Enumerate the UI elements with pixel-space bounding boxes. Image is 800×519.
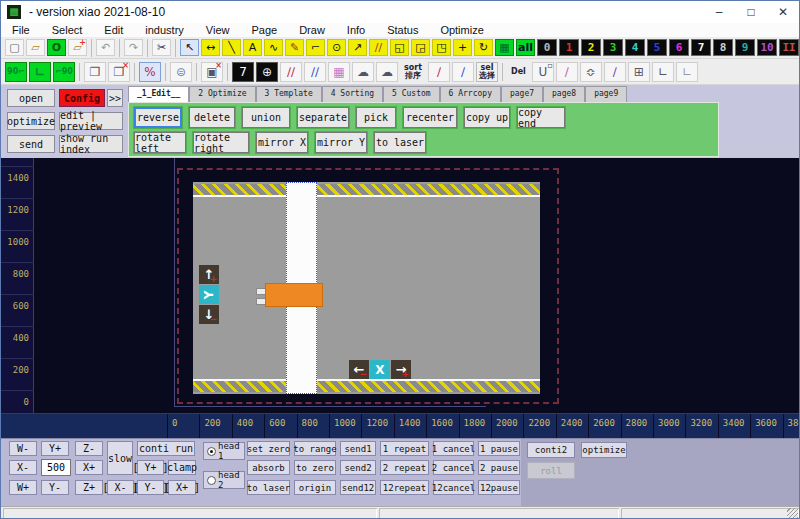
tab-page7[interactable]: page7: [501, 86, 543, 102]
corner-line-icon[interactable]: ∟: [652, 62, 674, 82]
send12-button[interactable]: send12: [340, 480, 376, 495]
align-grid-icon[interactable]: ▦: [495, 39, 514, 56]
roll-button[interactable]: roll: [527, 462, 575, 479]
mirror-y-button[interactable]: mirror Y: [315, 132, 367, 153]
pause-layer-button[interactable]: II: [779, 39, 799, 56]
x-plus-button[interactable]: X+: [75, 460, 103, 475]
mirror-x-button[interactable]: mirror X: [256, 132, 308, 153]
tab-page8[interactable]: page8: [543, 86, 585, 102]
rotate-90-left-icon[interactable]: ⌐90: [53, 62, 75, 82]
head1-selector[interactable]: head 1: [203, 442, 245, 460]
union-button[interactable]: union: [242, 107, 290, 128]
layer-8-button[interactable]: 8: [713, 39, 733, 56]
tab-2-optimize[interactable]: 2 Optimize: [189, 86, 255, 102]
edit-preview-button[interactable]: edit | preview: [59, 112, 123, 130]
ratio-scale-icon[interactable]: %: [139, 62, 161, 82]
y-minus-button[interactable]: Y-: [41, 480, 69, 495]
bracket-y-minus-button[interactable]: [ Y- ]: [137, 480, 164, 495]
line-tool-icon[interactable]: ╲: [222, 39, 241, 56]
set-zero-button[interactable]: set zero: [247, 441, 290, 456]
move-cross-icon[interactable]: +: [453, 39, 472, 56]
bracket-x-plus-button[interactable]: [ X+ ]: [168, 480, 196, 495]
menu-optimize[interactable]: Optimize: [429, 23, 494, 37]
y-minus-arrow-icon[interactable]: ↓−: [199, 305, 219, 324]
node-edit-icon[interactable]: ◳: [432, 39, 451, 56]
1-repeat-button[interactable]: 1 repeat: [380, 441, 429, 456]
y-plus-arrow-icon[interactable]: ↑+: [199, 265, 219, 284]
menu-edit[interactable]: Edit: [93, 23, 134, 37]
z-plus-button[interactable]: Z+: [75, 480, 103, 495]
cloud-up-icon[interactable]: ☁: [352, 62, 374, 82]
window-select-icon[interactable]: ⊞: [628, 62, 650, 82]
open-file-icon[interactable]: ▱: [26, 39, 45, 56]
optimize-button[interactable]: optimize: [7, 112, 55, 130]
ungroup-icon[interactable]: ▣×: [201, 62, 223, 82]
show-run-index-button[interactable]: show run index: [59, 135, 123, 153]
conti-run-button[interactable]: conti run: [137, 441, 195, 456]
conti2-button[interactable]: conti2: [527, 442, 575, 458]
y-plus-button[interactable]: Y+: [41, 441, 69, 456]
corner-curve-icon[interactable]: ∟: [676, 62, 698, 82]
clamp-button[interactable]: clamp: [168, 460, 196, 475]
multi-line-icon[interactable]: ∕∕: [369, 39, 388, 56]
x-minus-arrow-icon[interactable]: ←−: [349, 360, 369, 379]
measure-icon[interactable]: ↔: [201, 39, 220, 56]
hatch-blue-icon[interactable]: ∕∕: [304, 62, 326, 82]
1-cancel-button[interactable]: 1 cancel: [433, 441, 474, 456]
to-zero-button[interactable]: to zero: [294, 460, 336, 475]
menu-select[interactable]: Select: [41, 23, 94, 37]
optimize2-button[interactable]: optimize: [581, 442, 627, 458]
open-add-icon[interactable]: ▱+: [68, 39, 87, 56]
layer-4-button[interactable]: 4: [625, 39, 645, 56]
x-plus-arrow-icon[interactable]: →+: [391, 360, 411, 379]
z-minus-button[interactable]: Z-: [75, 441, 103, 456]
node-copy-icon[interactable]: ◱: [390, 39, 409, 56]
laser-head[interactable]: [265, 283, 323, 307]
menu-draw[interactable]: Draw: [288, 23, 336, 37]
hatch-red-icon[interactable]: ∕∕: [280, 62, 302, 82]
array-copy-icon[interactable]: ▦: [328, 62, 350, 82]
resize-grip[interactable]: [787, 508, 798, 519]
rotate-node-icon[interactable]: ↻: [474, 39, 493, 56]
layer-2-button[interactable]: 2: [581, 39, 601, 56]
rotate-left-button[interactable]: rotate left: [134, 132, 186, 153]
menu-view[interactable]: View: [195, 23, 241, 37]
recenter-button[interactable]: recenter: [403, 107, 457, 128]
layer-9-button[interactable]: 9: [735, 39, 755, 56]
absorb-button[interactable]: absorb: [247, 460, 290, 475]
config-button[interactable]: Config: [59, 89, 105, 107]
2-pause-button[interactable]: 2 pause: [478, 460, 520, 475]
tab-6-arrcopy[interactable]: 6 Arrcopy: [440, 86, 501, 102]
minimize-button[interactable]: –: [703, 1, 735, 23]
menu-page[interactable]: Page: [240, 23, 288, 37]
sort-button[interactable]: sort排序: [400, 62, 426, 82]
12cancel-button[interactable]: 12cancel: [433, 480, 474, 495]
corner-align-icon[interactable]: ∟: [29, 62, 51, 82]
pick-button[interactable]: pick: [356, 107, 396, 128]
layer-all-button[interactable]: all: [516, 39, 535, 56]
head2-radio[interactable]: [207, 476, 216, 485]
12pause-button[interactable]: 12pause: [478, 480, 520, 495]
open-button[interactable]: open: [7, 89, 55, 107]
tab-4-sorting[interactable]: 4 Sorting: [322, 86, 383, 102]
new-file-icon[interactable]: ▢: [5, 39, 24, 56]
head2-selector[interactable]: head 2: [203, 471, 245, 489]
1-pause-button[interactable]: 1 pause: [478, 441, 520, 456]
reverse-button[interactable]: reverse: [134, 107, 182, 128]
layer-1-button[interactable]: 1: [559, 39, 579, 56]
x-minus-button[interactable]: X-: [9, 460, 37, 475]
copy-up-button[interactable]: copy up: [464, 107, 510, 128]
to-laser-button[interactable]: to laser: [374, 132, 426, 153]
menu-industry[interactable]: industry: [134, 23, 195, 37]
w-minus-button[interactable]: W-: [9, 441, 37, 456]
to-laser-button[interactable]: to laser: [247, 480, 290, 495]
layer-5-button[interactable]: 5: [647, 39, 667, 56]
work-area[interactable]: ↑+Y↓− ←−X→+: [193, 182, 540, 394]
capsule-icon[interactable]: ⊜: [170, 62, 192, 82]
cut-icon[interactable]: ✂: [152, 39, 171, 56]
layer-3-button[interactable]: 3: [603, 39, 623, 56]
x-axis-icon[interactable]: X: [370, 360, 390, 379]
redo-icon[interactable]: ↷: [124, 39, 143, 56]
speed-input[interactable]: [41, 459, 71, 476]
12repeat-button[interactable]: 12repeat: [380, 480, 429, 495]
